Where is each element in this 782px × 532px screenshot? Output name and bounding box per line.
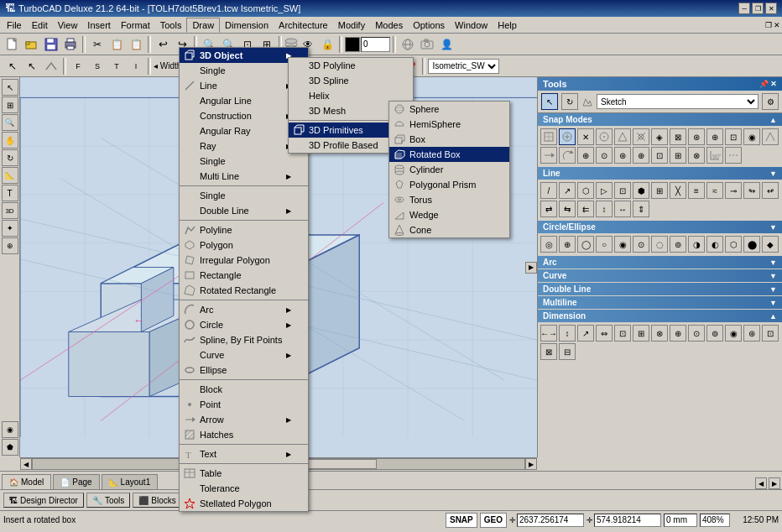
dim-btn-5[interactable]: ⊡	[614, 325, 631, 342]
lt-zoom[interactable]: 🔍	[2, 114, 18, 131]
undo-button[interactable]: ↩	[154, 35, 172, 54]
line-btn-16[interactable]: ⇇	[577, 201, 594, 217]
menu-view[interactable]: View	[53, 18, 83, 32]
dim-btn-6[interactable]: ⊞	[633, 325, 649, 342]
line-btn-17[interactable]: ↕	[596, 201, 613, 217]
panel-pin[interactable]: 📌	[759, 80, 769, 88]
panel-close-btn[interactable]: ✕	[770, 80, 777, 88]
line-btn-3[interactable]: ⬡	[577, 182, 594, 199]
snap-btn-4[interactable]	[596, 128, 613, 145]
new-button[interactable]	[3, 35, 22, 54]
line-btn-19[interactable]: ⇕	[633, 201, 649, 217]
lt-rotate[interactable]: ↻	[2, 149, 18, 166]
minimize-button[interactable]: ─	[738, 3, 750, 14]
draw-item-single3[interactable]: Single	[180, 188, 308, 203]
dim-btn-4[interactable]: ⇔	[596, 325, 613, 342]
circle-btn-5[interactable]: ◉	[614, 236, 631, 253]
dim-btn-2[interactable]: ↕	[559, 325, 576, 342]
circle-btn-8[interactable]: ⊚	[670, 236, 686, 253]
prim-item-polygprism[interactable]: Polygonal Prism	[389, 177, 509, 192]
draw-item-rect[interactable]: Rectangle	[180, 268, 308, 283]
draw-item-arc[interactable]: Arc ▶	[180, 302, 308, 317]
lt-bottom2[interactable]: ⬟	[2, 439, 18, 456]
line-btn-11[interactable]: ⊸	[725, 182, 742, 199]
menu-insert[interactable]: Insert	[82, 18, 116, 32]
copy-button[interactable]: 📋	[107, 35, 126, 54]
circle-btn-12[interactable]: ⬤	[743, 236, 760, 253]
lt-text[interactable]: T	[2, 185, 18, 201]
snap-modes-expand[interactable]: ▲	[769, 116, 777, 124]
restore-button[interactable]: ❐	[752, 3, 764, 14]
person-button[interactable]: 👤	[437, 35, 456, 54]
prim-item-torus[interactable]: Torus	[389, 192, 509, 207]
geo-indicator[interactable]: GEO	[480, 513, 507, 528]
lt-snap[interactable]: ⊕	[2, 237, 18, 254]
draw-item-polygon[interactable]: Polygon	[180, 237, 308, 253]
draw-item-arrow[interactable]: Arrow ▶	[180, 412, 308, 427]
snap-btn-21[interactable]: ⊞	[670, 147, 686, 164]
dline-expand[interactable]: ▼	[769, 285, 777, 294]
lt-select2[interactable]: ⊞	[2, 96, 18, 113]
prim-item-hemisphere[interactable]: HemiSphere	[389, 117, 509, 132]
scroll-left-btn[interactable]: ◀	[20, 458, 32, 470]
dim-btn-9[interactable]: ⊙	[688, 325, 705, 342]
sketch-config[interactable]: ⚙	[762, 93, 779, 110]
menu-edit[interactable]: Edit	[27, 18, 53, 32]
snap-btn-6[interactable]	[633, 128, 649, 145]
select-button[interactable]: ↖	[3, 57, 22, 76]
color-box[interactable]	[345, 37, 360, 52]
prim-item-rotbox[interactable]: Rotated Box	[389, 147, 509, 162]
draw-item-irreg[interactable]: Irregular Polygon	[180, 253, 308, 268]
draw-item-spline[interactable]: Spline, By Fit Points	[180, 332, 308, 347]
menu-modes[interactable]: Modes	[370, 18, 408, 32]
snap-btn-14[interactable]	[540, 147, 557, 164]
y-value[interactable]: 574.918214	[594, 514, 661, 527]
dimension-header[interactable]: Dimension ▲	[538, 310, 782, 322]
paste-button[interactable]: 📋	[127, 35, 145, 54]
snap-btn-17[interactable]: ⊙	[596, 147, 613, 164]
view-top[interactable]: T	[107, 57, 126, 76]
design-director-btn[interactable]: 🏗 Design Director	[3, 493, 84, 508]
draw-item-tolerance[interactable]: Tolerance	[180, 481, 308, 496]
snap-btn-2[interactable]	[559, 128, 576, 145]
dim-btn-14[interactable]: ⊠	[540, 343, 557, 360]
scroll-right[interactable]: ▶	[525, 262, 537, 274]
circle-btn-1[interactable]: ◎	[540, 236, 557, 253]
line-btn-2[interactable]: ↗	[559, 182, 576, 199]
menu-help[interactable]: Help	[493, 18, 522, 32]
menu-window[interactable]: Window	[450, 18, 493, 32]
snap-btn-1[interactable]	[540, 128, 557, 145]
menu-format[interactable]: Format	[116, 18, 155, 32]
dim-btn-10[interactable]: ⊚	[706, 325, 723, 342]
line-btn-14[interactable]: ⇄	[540, 201, 557, 217]
lt-dim[interactable]: 📐	[2, 167, 18, 184]
prim-item-wedge[interactable]: Wedge	[389, 207, 509, 222]
select2-button[interactable]: ↖	[23, 57, 41, 76]
dim-btn-3[interactable]: ↗	[577, 325, 594, 342]
dim-btn-12[interactable]: ⊛	[743, 325, 760, 342]
scroll-right-btn[interactable]: ▶	[525, 458, 537, 470]
line-header[interactable]: Line ▼	[538, 167, 782, 180]
lt-select[interactable]: ↖	[2, 79, 18, 96]
circle-btn-9[interactable]: ◑	[688, 236, 705, 253]
dim-btn-15[interactable]: ⊟	[559, 343, 576, 360]
tools-btn[interactable]: 🔧 Tools	[86, 493, 130, 508]
dim-btn-8[interactable]: ⊕	[670, 325, 686, 342]
line-btn-6[interactable]: ⬢	[633, 182, 649, 199]
sketch-select[interactable]: Sketch	[597, 94, 759, 109]
blocks-btn[interactable]: ⬛ Blocks	[133, 493, 181, 508]
panel-restore[interactable]: ❐	[765, 21, 772, 29]
select-tool[interactable]: ↖	[541, 93, 558, 110]
print-button[interactable]	[61, 35, 80, 54]
snap-btn-19[interactable]: ⊕	[633, 147, 649, 164]
curve-header[interactable]: Curve ▼	[538, 269, 782, 282]
tools-panel-header[interactable]: Tools 📌 ✕	[538, 77, 782, 91]
lt-bottom1[interactable]: ◉	[2, 421, 18, 438]
zoom-field[interactable]: 408%	[700, 514, 730, 527]
draw-item-table[interactable]: Table	[180, 466, 308, 481]
line-btn-5[interactable]: ⊡	[614, 182, 631, 199]
circle-btn-2[interactable]: ⊕	[559, 236, 576, 253]
lt-origin[interactable]: ✦	[2, 220, 18, 237]
dim-btn-11[interactable]: ◉	[725, 325, 742, 342]
draw-item-block[interactable]: Block	[180, 382, 308, 397]
